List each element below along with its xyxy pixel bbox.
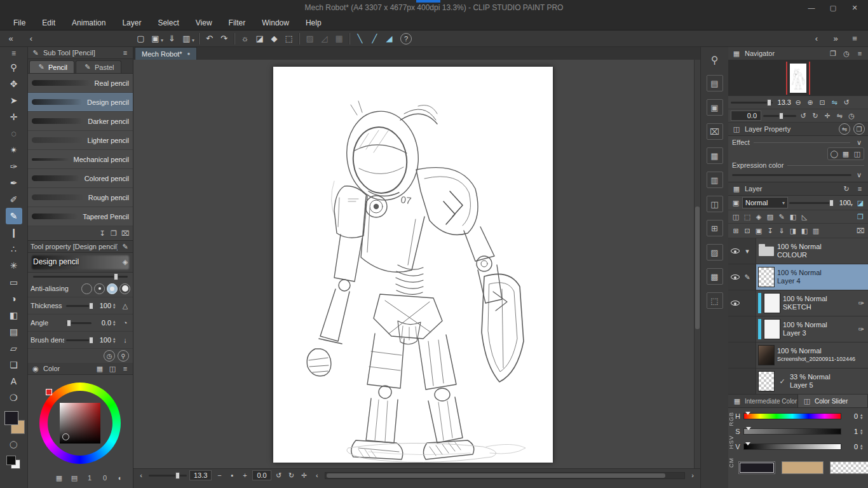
tab-pencil[interactable]: ✎ Pencil (29, 60, 74, 73)
density-slider[interactable] (89, 337, 93, 344)
new-raster-layer-icon[interactable]: ⊞ (731, 226, 741, 236)
color-set-icon[interactable]: ▤ (69, 473, 80, 483)
quick-access-icon[interactable]: ⚲ (707, 52, 722, 67)
subview-tab-icon[interactable]: ❐ (828, 48, 838, 58)
document-tab[interactable]: Mech Robot* ● (135, 47, 197, 60)
blend-mode-dropdown[interactable]: Normal ▾ (742, 197, 788, 208)
draft-layer-icon[interactable]: ✎ (776, 212, 787, 222)
hidden-property-slider[interactable] (28, 273, 133, 280)
subtool-item-rough-pencil[interactable]: Rough pencil (28, 188, 133, 207)
collapse-left-icon[interactable]: « (4, 32, 18, 45)
zoom-out-icon[interactable]: ⊖ (793, 97, 803, 107)
reference-layer-icon[interactable]: ⬚ (742, 212, 752, 222)
clear-icon[interactable]: ☼ (238, 32, 252, 46)
lock-transparent-pixels-icon[interactable]: ▨ (765, 212, 775, 222)
zoom-100-icon[interactable]: ▪ (227, 470, 237, 480)
thickness-slider[interactable] (89, 302, 93, 309)
hue-cursor[interactable] (46, 389, 52, 395)
menu-help[interactable]: Help (297, 18, 330, 27)
restore-initial-settings-icon[interactable]: ◷ (104, 350, 115, 362)
opacity-slider[interactable] (789, 202, 833, 204)
rotation-value[interactable]: 0.0 (252, 470, 271, 480)
tab-color-slider[interactable]: ◫ Color Slider (798, 395, 868, 407)
new-vector-layer-icon[interactable]: ⊡ (742, 226, 752, 236)
material-3d-icon[interactable]: ◫ (707, 196, 723, 212)
blend-tool[interactable]: ◑ (6, 290, 22, 307)
menu-select[interactable]: Select (149, 18, 187, 27)
material-all-icon[interactable]: ▤ (707, 75, 723, 92)
deselect-icon[interactable]: ◆ (267, 32, 281, 46)
gradient-tool[interactable]: ▤ (6, 323, 22, 340)
aa-middle-button[interactable] (107, 283, 118, 294)
angle-dial-icon[interactable]: ◔ (120, 318, 130, 328)
navigator-preview[interactable] (728, 60, 868, 96)
layer-row-layer4[interactable]: ✎ 100 % Normal Layer 4 (728, 264, 868, 290)
slider-thumb[interactable] (114, 273, 118, 280)
invert-selection-icon[interactable]: ◪ (252, 32, 267, 46)
zoom-in-icon[interactable]: ⊕ (805, 97, 815, 107)
reset-rotation-icon[interactable]: ✛ (822, 111, 832, 121)
chevron-down-icon[interactable]: ▾ (850, 202, 853, 208)
subtool-item-lighter-pencil[interactable]: Lighter pencil (28, 131, 133, 150)
reset-display-icon[interactable]: ↺ (841, 97, 851, 107)
layer-row-colour-folder[interactable]: ▾ 100 % Normal COLOUR (728, 238, 868, 264)
frame-border-tool[interactable]: ❏ (6, 356, 22, 373)
ruler-icon[interactable]: ◺ (799, 212, 810, 222)
hue-value[interactable]: 0 (844, 412, 858, 420)
fill-tool[interactable]: ◧ (6, 307, 22, 323)
menu-file[interactable]: File (5, 18, 34, 27)
pen-tool[interactable]: ✒ (6, 175, 22, 191)
visibility-eye-icon[interactable] (731, 273, 740, 281)
navigator-zoom-slider[interactable] (731, 102, 773, 104)
group-cmy-label[interactable]: CM (728, 458, 735, 468)
saturation-value[interactable]: 1 (844, 428, 858, 435)
dock-icon-2[interactable]: ❐ (853, 123, 865, 135)
flip-icon[interactable]: ⇋ (834, 111, 844, 121)
figure-tool[interactable]: ▱ (6, 340, 22, 356)
fit-to-screen-icon[interactable]: ⊡ (817, 97, 827, 107)
main-color-swatch[interactable] (738, 461, 775, 474)
rotate-left-icon[interactable]: ↺ (798, 111, 808, 121)
menu-filter[interactable]: Filter (220, 18, 254, 27)
slider-cursor[interactable] (745, 442, 750, 445)
tab-pastel[interactable]: ✎ Pastel (76, 60, 121, 73)
undo-icon[interactable]: ↶ (202, 32, 217, 46)
scrollbar-thumb[interactable] (327, 473, 665, 478)
scroll-left-icon[interactable]: ‹ (312, 470, 322, 480)
layer-row-sketch[interactable]: 100 % Normal SKETCH ✑ (728, 290, 868, 316)
subtool-item-darker-pencil[interactable]: Darker pencil (28, 112, 133, 131)
flip-horizontal-icon[interactable]: ⇋ (829, 97, 839, 107)
chevron-down-icon[interactable]: ∨ (854, 170, 864, 180)
info-tab-icon[interactable]: ◷ (841, 48, 851, 58)
move-tool[interactable]: ✥ (6, 76, 22, 92)
panel-menu-icon[interactable]: ≡ (855, 184, 865, 194)
layer-row-layer5[interactable]: ✓ 33 % Normal Layer 5 (728, 369, 868, 395)
slider-cursor[interactable] (745, 412, 750, 415)
material-pose-icon[interactable]: ⊞ (707, 220, 723, 236)
halftone-icon[interactable]: ◐ (114, 473, 126, 483)
rotate-right-icon[interactable]: ↻ (287, 470, 297, 480)
value-value[interactable]: 0 (844, 443, 858, 451)
minimize-button[interactable]: — (801, 0, 822, 15)
subtool-item-mechanical-pencil[interactable]: Mechanical pencil (28, 150, 133, 169)
group-rgb-label[interactable]: RGB (728, 412, 735, 426)
material-monochromatic-icon[interactable]: ⌧ (707, 123, 723, 140)
menu-edit[interactable]: Edit (34, 18, 64, 27)
layer-color-effect-icon[interactable]: ◫ (852, 149, 862, 159)
canvas-vertical-scrollbar[interactable] (694, 60, 700, 468)
tool-palette-menu-icon[interactable]: ≡ (11, 49, 16, 59)
group-hsv-label[interactable]: HSV (728, 435, 735, 449)
rotate-right-icon[interactable]: ↻ (810, 111, 820, 121)
snap-to-special-ruler-icon[interactable]: ╱ (367, 32, 382, 46)
auto-select-tool[interactable]: ✴ (6, 142, 22, 158)
transparent-color-swatch[interactable] (830, 461, 868, 474)
border-effect-icon[interactable]: ◯ (829, 149, 839, 159)
open-dropdown-icon[interactable]: ▾ (161, 37, 163, 43)
scroll-right-icon[interactable]: › (688, 470, 698, 480)
eraser-tool[interactable]: ▭ (6, 274, 22, 290)
layer-row-screenshot[interactable]: 100 % Normal Screenshot_20200911-102446 (728, 342, 868, 369)
black-white-color-chips[interactable] (6, 456, 22, 470)
snap-to-ruler-icon[interactable]: ╲ (353, 32, 367, 46)
zoom-out-icon[interactable]: − (214, 470, 224, 480)
reset-all-icon[interactable]: ◷ (846, 111, 857, 121)
